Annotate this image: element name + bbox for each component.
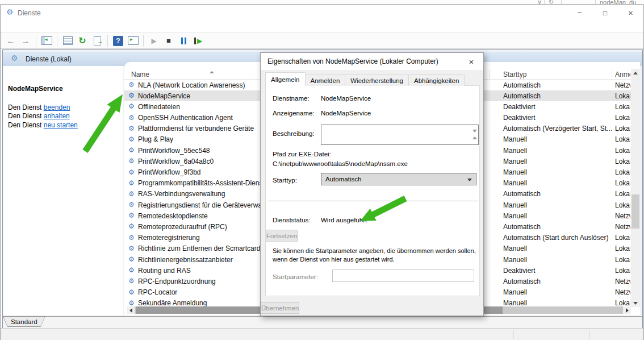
vertical-scrollbar-thumb[interactable] [632, 194, 639, 229]
service-anmelden: Lokales System [615, 92, 630, 100]
window-control-close[interactable] [618, 5, 643, 20]
service-starttyp: Deaktiviert [503, 103, 612, 111]
service-anmelden: Netzwerkdienst [615, 223, 630, 231]
action-link[interactable]: beenden [44, 103, 70, 111]
toolbar-icon-pause[interactable] [177, 34, 190, 48]
window-control-maximize[interactable] [592, 5, 618, 20]
column-divider[interactable] [612, 70, 612, 78]
toolbar-icon-show-tree[interactable] [40, 34, 53, 48]
strip-icon-refresh [549, 0, 554, 5]
column-header-anmelden[interactable]: Anmelden als [615, 71, 630, 78]
column-header-starttyp[interactable]: Starttyp [503, 71, 526, 78]
button-label: Übernehmen [261, 305, 299, 312]
service-gear-icon [128, 81, 135, 88]
scroll-right-icon[interactable] [623, 306, 631, 314]
tab-strip-divider [3, 316, 642, 317]
pane-header-title: Dienste (Lokal) [26, 55, 72, 63]
toolbar-icon-help[interactable] [111, 34, 125, 48]
toolbar-icon-export[interactable] [90, 34, 104, 48]
service-starttyp: Automatisch [503, 223, 612, 231]
window-title: Dienste [18, 9, 41, 17]
dienstname-value: NodeMapService [321, 95, 371, 102]
action-link[interactable]: neu starten [44, 121, 78, 129]
service-gear-icon [128, 245, 135, 252]
service-anmelden: Lokales System [615, 256, 630, 264]
action-prefix: Den Dienst [8, 121, 44, 129]
button-fortsetzen[interactable]: Fortsetzen [266, 230, 298, 242]
vertical-scrollbar[interactable] [631, 69, 640, 307]
service-starttyp: Manuell [503, 179, 612, 187]
service-starttyp: Manuell [503, 157, 612, 165]
dialog-tabs: AllgemeinAnmeldenWiederherstellungAbhäng… [265, 72, 464, 86]
dienstname-label: Dienstname: [273, 95, 310, 102]
sort-ascending-icon [210, 71, 214, 73]
service-gear-icon [128, 147, 135, 154]
toolbar-icon-sep[interactable] [107, 35, 108, 47]
starttyp-select[interactable]: Automatisch [321, 173, 476, 185]
service-starttyp: Deaktiviert [503, 114, 612, 122]
pfad-value: C:\inetpub\wwwroot\talas5\nodeMap\nssm.e… [273, 160, 408, 167]
toolbar-icon-sep[interactable] [57, 35, 57, 47]
toolbar-icon-start[interactable] [147, 34, 161, 48]
close-icon[interactable] [465, 56, 478, 67]
service-gear-icon [128, 300, 135, 306]
startparameter-input[interactable] [332, 269, 474, 282]
service-gear-icon [128, 136, 135, 143]
tab-anmelden[interactable]: Anmelden [305, 74, 346, 86]
startparameter-hint-line1: Sie können die Startparameter angeben, d… [273, 247, 476, 254]
chevron-down-icon[interactable] [472, 132, 477, 143]
service-actions: Den Dienst beendenDen Dienst anhaltenDen… [8, 103, 78, 130]
beschreibung-textarea[interactable] [321, 125, 479, 145]
tab-label: Allgemein [271, 76, 300, 83]
service-starttyp: Automatisch [503, 277, 612, 285]
service-gear-icon [128, 289, 135, 296]
chevron-down-icon [467, 179, 472, 181]
service-gear-icon [128, 201, 135, 208]
section-divider [268, 201, 478, 201]
selected-service-title: NodeMapService [8, 85, 63, 93]
toolbar-icon-back[interactable] [4, 34, 18, 48]
tab-abhängigkeiten[interactable]: Abhängigkeiten [408, 74, 465, 86]
service-anmelden: Netzwerkdienst [615, 288, 630, 296]
service-gear-icon [128, 92, 135, 99]
button-übernehmen[interactable]: Übernehmen [261, 302, 299, 314]
toolbar-icon-forward[interactable] [19, 34, 32, 48]
scroll-left-icon[interactable] [127, 306, 135, 314]
column-header-name[interactable]: Name [131, 71, 149, 78]
service-starttyp: Automatisch (Start durch Auslöser) [503, 234, 612, 242]
toolbar-icon-restart[interactable] [191, 34, 205, 48]
dialog-title: Eigenschaften von NodeMapService (Lokale… [267, 57, 438, 65]
service-anmelden: Lokales System [615, 244, 630, 252]
toolbar-icon-properties[interactable] [61, 34, 74, 48]
toolbar-icon-sep[interactable] [36, 35, 36, 47]
service-anmelden: Lokales System [615, 114, 630, 122]
service-gear-icon [128, 180, 135, 186]
action-prefix: Den Dienst [8, 112, 44, 120]
services-gear-icon [11, 54, 18, 62]
window-control-minimize[interactable] [567, 5, 592, 20]
starttyp-selected-value: Automatisch [325, 176, 361, 183]
background-window-title: nodeMap_du [600, 0, 636, 5]
service-anmelden: Lokales System [615, 103, 630, 111]
action-prefix: Den Dienst [8, 103, 44, 111]
tab-allgemein[interactable]: Allgemein [265, 72, 306, 86]
action-link[interactable]: anhalten [44, 112, 70, 120]
service-gear-icon [128, 212, 135, 219]
tab-label: Standard [11, 318, 37, 325]
column-divider[interactable] [490, 70, 490, 78]
view-tab-standard[interactable]: Standard [3, 316, 45, 327]
service-gear-icon [128, 190, 135, 197]
service-anmelden: Netzwerkdienst [615, 212, 630, 220]
service-gear-icon [128, 223, 135, 230]
toolbar-icon-extended-view[interactable] [126, 34, 140, 48]
toolbar-icon-refresh[interactable] [76, 34, 89, 48]
service-gear-icon [128, 267, 135, 273]
toolbar-icon-stop[interactable] [162, 34, 175, 48]
service-starttyp: Manuell [503, 212, 612, 220]
scroll-up-icon[interactable] [631, 69, 640, 77]
toolbar-icon-sep[interactable] [143, 35, 144, 47]
tab-wiederherstellung[interactable]: Wiederherstellung [345, 74, 409, 86]
scroll-down-icon[interactable] [631, 299, 640, 307]
status-divider [589, 330, 590, 339]
service-gear-icon [128, 157, 135, 164]
